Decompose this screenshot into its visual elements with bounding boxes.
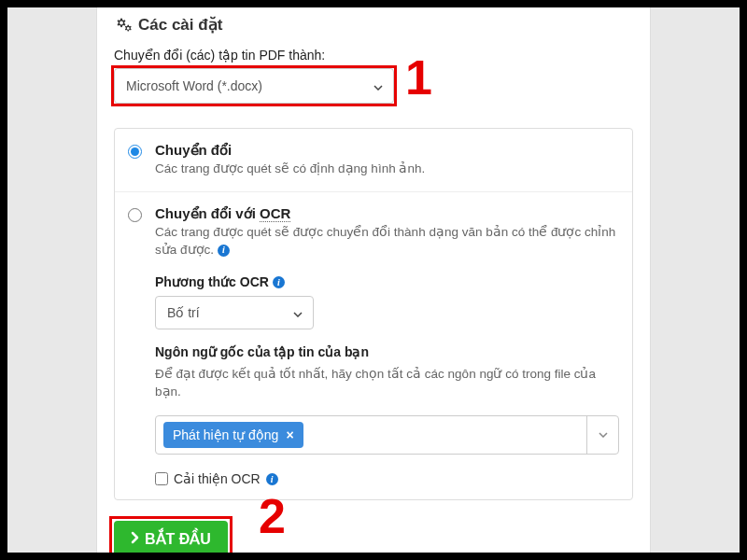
- annotation-number-1: 1: [405, 49, 432, 105]
- chevron-right-icon: [131, 531, 139, 548]
- info-icon[interactable]: i: [218, 245, 230, 257]
- convert-format-field: Chuyển đổi (các) tập tin PDF thành: Micr…: [114, 48, 633, 104]
- improve-ocr-label: Cải thiện OCR: [174, 471, 261, 486]
- settings-header: Các cài đặt: [114, 15, 633, 35]
- info-icon[interactable]: i: [273, 276, 285, 288]
- option-convert-basic[interactable]: Chuyển đổi Các trang được quét sẽ có địn…: [115, 129, 632, 191]
- ocr-term: OCR: [260, 205, 290, 222]
- start-button[interactable]: BẮT ĐẦU: [114, 521, 228, 555]
- start-button-label: BẮT ĐẦU: [145, 530, 211, 548]
- improve-ocr-checkbox[interactable]: [155, 472, 168, 485]
- ocr-method-select[interactable]: Bố trí: [155, 296, 314, 329]
- ocr-method-label: Phương thức OCR i: [155, 274, 619, 289]
- convert-format-select[interactable]: Microsoft Word (*.docx): [114, 68, 394, 104]
- option-convert-ocr: Chuyển đổi với OCR Các trang được quét s…: [115, 191, 632, 500]
- improve-ocr-row: Cải thiện OCR i: [155, 471, 619, 486]
- convert-options-group: Chuyển đổi Các trang được quét sẽ có địn…: [114, 128, 633, 500]
- info-icon[interactable]: i: [266, 473, 278, 485]
- language-tag-label: Phát hiện tự động: [173, 427, 278, 442]
- option-convert-basic-radio[interactable]: [128, 145, 142, 159]
- option-convert-ocr-radio[interactable]: [128, 208, 142, 222]
- source-language-help: Để đạt được kết quả tốt nhất, hãy chọn t…: [155, 366, 619, 401]
- option-convert-basic-desc: Các trang được quét sẽ có định dạng hình…: [155, 161, 619, 178]
- caret-down-icon[interactable]: [586, 416, 618, 454]
- language-tag: Phát hiện tự động ×: [163, 422, 303, 448]
- option-convert-ocr-title: Chuyển đổi với OCR: [155, 205, 619, 222]
- convert-format-value: Microsoft Word (*.docx): [126, 78, 262, 93]
- annotation-number-2: 2: [259, 488, 286, 544]
- gears-icon: [114, 17, 133, 34]
- option-convert-ocr-desc: Các trang được quét sẽ được chuyển đổi t…: [155, 224, 619, 259]
- convert-format-label: Chuyển đổi (các) tập tin PDF thành:: [114, 48, 633, 63]
- remove-tag-icon[interactable]: ×: [286, 427, 293, 442]
- settings-title: Các cài đặt: [138, 15, 222, 35]
- source-language-select[interactable]: Phát hiện tự động ×: [155, 415, 619, 455]
- settings-panel: Các cài đặt Chuyển đổi (các) tập tin PDF…: [96, 7, 651, 553]
- ocr-method-value: Bố trí: [167, 305, 200, 320]
- option-convert-basic-title: Chuyển đổi: [155, 142, 619, 159]
- source-language-label: Ngôn ngữ gốc của tập tin của bạn: [155, 344, 619, 359]
